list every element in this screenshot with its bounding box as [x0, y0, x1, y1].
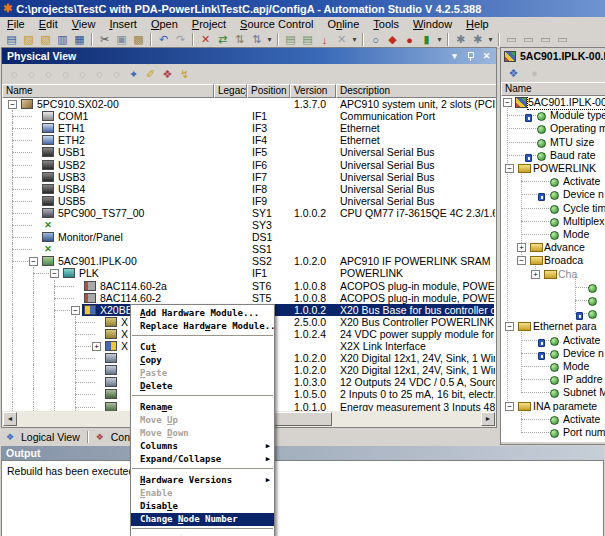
menu-project[interactable]: Project — [185, 17, 233, 31]
column-header-name[interactable]: Name — [501, 82, 605, 96]
more-online-dropdown-icon[interactable]: ▾ — [435, 32, 444, 47]
collapse-toggle-icon[interactable]: − — [505, 164, 514, 173]
pv-tool-7-icon[interactable]: ◌ — [108, 67, 125, 82]
tree-row[interactable]: Monitor/PanelDS1 — [2, 231, 496, 243]
pv-tool-3-icon[interactable]: ◌ — [40, 67, 57, 82]
build-icon[interactable]: ▤ — [282, 32, 299, 47]
menu-item-change-node-number[interactable]: Change Node Number — [131, 513, 274, 526]
config-row-cycle-tim[interactable]: Cycle tim — [501, 202, 605, 215]
cut-icon[interactable]: ✂ — [96, 32, 113, 47]
tree-row[interactable]: −PLKIF1POWERLINK — [2, 267, 496, 279]
menu-open[interactable]: Open — [144, 17, 185, 31]
menu-item-replace-hardware-module[interactable]: Replace Hardware Module... — [131, 320, 274, 333]
menu-item-hardware-versions[interactable]: Hardware Versions▶ — [131, 474, 274, 487]
pv-tool-1-icon[interactable]: ◌ — [6, 67, 23, 82]
config-row-multiplex[interactable]: Multiplex — [501, 215, 605, 228]
monitor-mode-icon[interactable]: ◆ — [384, 32, 401, 47]
tree-row[interactable]: −5AC901.IPLK-00SS21.0.2.0APC910 IF POWER… — [2, 255, 496, 267]
more-tools-dropdown-icon[interactable]: ▾ — [486, 32, 495, 47]
collapse-toggle-icon[interactable]: − — [505, 402, 514, 411]
window-close-all-icon[interactable]: ▭ — [554, 32, 571, 47]
power-off-icon[interactable]: ● — [401, 32, 418, 47]
config-row-activate[interactable]: Activate — [501, 334, 605, 347]
config-row-ina-paramete[interactable]: −INA paramete — [501, 400, 605, 413]
pv-tool-4-icon[interactable]: ◌ — [57, 67, 74, 82]
expand-toggle-icon[interactable]: + — [92, 342, 101, 351]
more-edit-dropdown-icon[interactable]: ▾ — [265, 32, 274, 47]
tree-row[interactable]: ✕SS1 — [2, 243, 496, 255]
config-row-advance[interactable]: +Advance — [501, 241, 605, 254]
config-row-activate[interactable]: Activate — [501, 175, 605, 188]
menu-file[interactable]: File — [0, 17, 32, 31]
chevron-down-icon[interactable]: ▾ — [448, 50, 461, 62]
pv-module-icon[interactable]: ❖ — [159, 67, 176, 82]
cfg-tool-2-icon[interactable]: ● — [526, 66, 543, 81]
config-row-device-n[interactable]: Device n — [501, 188, 605, 201]
menu-tools[interactable]: Tools — [366, 17, 406, 31]
tree-row[interactable]: ETH1IF3Ethernet — [2, 122, 496, 134]
config-row-ethernet-para[interactable]: −Ethernet para — [501, 320, 605, 333]
redo-icon[interactable]: ↷ — [172, 32, 189, 47]
scroll-left-arrow-icon[interactable]: ◄ — [3, 412, 17, 426]
menu-insert[interactable]: Insert — [102, 17, 144, 31]
tree-row[interactable]: −5PC910.SX02-001.3.7.0APC910 system unit… — [2, 98, 496, 110]
settings-1-icon[interactable]: ✱ — [452, 32, 469, 47]
more-build-dropdown-icon[interactable]: ▾ — [350, 32, 359, 47]
menu-item-expand-collapse[interactable]: Expand/Collapse▶ — [131, 453, 274, 466]
menu-item-rename[interactable]: Rename — [131, 401, 274, 414]
menu-edit[interactable]: Edit — [32, 17, 65, 31]
pv-tool-6-icon[interactable]: ◌ — [91, 67, 108, 82]
collapse-toggle-icon[interactable]: − — [29, 257, 38, 266]
config-row-subnet-m[interactable]: Subnet M — [501, 386, 605, 399]
menu-online[interactable]: Online — [320, 17, 366, 31]
undo-icon[interactable]: ↶ — [155, 32, 172, 47]
settings-2-icon[interactable]: ✱ — [469, 32, 486, 47]
delete-icon[interactable]: ✕ — [197, 32, 214, 47]
collapse-toggle-icon[interactable]: − — [8, 100, 17, 109]
open-icon[interactable]: ▨ — [20, 32, 37, 47]
tree-row[interactable]: ✕SY3 — [2, 219, 496, 231]
menu-item-add-hardware-module[interactable]: Add Hardware Module... — [131, 307, 274, 320]
find-in-project-icon[interactable]: ○ — [367, 32, 384, 47]
collapse-toggle-icon[interactable]: − — [517, 256, 526, 265]
refresh-icon[interactable]: ⇄ — [214, 32, 231, 47]
window-tile-h-icon[interactable]: ▭ — [520, 32, 537, 47]
safety-release-icon[interactable]: ▮ — [418, 32, 435, 47]
pv-tool-5-icon[interactable]: ◌ — [74, 67, 91, 82]
paste-icon[interactable]: ▩ — [130, 32, 147, 47]
config-row-cha[interactable]: +Cha — [501, 268, 605, 281]
config-row-item[interactable] — [501, 281, 605, 294]
expand-toggle-icon[interactable]: + — [517, 243, 526, 252]
menu-view[interactable]: View — [65, 17, 103, 31]
column-header-legacy[interactable]: Legacy — [214, 84, 247, 98]
tree-row[interactable]: 8AC114.60-2aST61.0.0.8ACOPOS plug-in mod… — [2, 280, 496, 292]
tree-row[interactable]: USB5IF9Universal Serial Bus — [2, 195, 496, 207]
tree-row[interactable]: USB3IF7Universal Serial Bus — [2, 171, 496, 183]
expand-toggle-icon[interactable]: + — [531, 270, 540, 279]
tree-row[interactable]: 5PC900_TS77_00SY11.0.0.2CPU QM77 i7-3615… — [2, 207, 496, 219]
menu-item-cut[interactable]: Cut — [131, 341, 274, 354]
column-header-name[interactable]: Name — [2, 84, 214, 98]
config-row-powerlink[interactable]: −POWERLINK — [501, 162, 605, 175]
menu-item-enable[interactable]: Enable — [131, 487, 274, 500]
copy-icon[interactable]: ▣ — [113, 32, 130, 47]
column-header-description[interactable]: Description — [336, 84, 496, 98]
column-header-position[interactable]: Position — [247, 84, 290, 98]
tree-row[interactable]: ETH2IF4Ethernet — [2, 134, 496, 146]
tree-row[interactable]: COM1IF1Communication Port — [2, 110, 496, 122]
config-row-mode[interactable]: Mode — [501, 360, 605, 373]
menu-item-move-up[interactable]: Move Up — [131, 414, 274, 427]
upload-icon[interactable]: ⇅ — [231, 32, 248, 47]
tree-row[interactable]: USB2IF6Universal Serial Bus — [2, 159, 496, 171]
menu-item-move-down[interactable]: Move Down — [131, 427, 274, 440]
config-row-item[interactable] — [501, 294, 605, 307]
tree-row[interactable]: 8AC114.60-2ST51.0.0.8ACOPOS plug-in modu… — [2, 292, 496, 304]
save-all-icon[interactable]: ▦ — [71, 32, 88, 47]
menu-source-control[interactable]: Source Control — [233, 17, 320, 31]
collapse-toggle-icon[interactable]: − — [50, 269, 59, 278]
title-bar[interactable]: ✱ C:\projects\TestC with PDA-PowerLink\T… — [0, 0, 605, 17]
pin-icon[interactable] — [464, 50, 477, 62]
config-row-module-type[interactable]: Module type — [501, 109, 605, 122]
config-row-mode[interactable]: Mode — [501, 228, 605, 241]
tree-row[interactable]: USB1IF5Universal Serial Bus — [2, 146, 496, 158]
